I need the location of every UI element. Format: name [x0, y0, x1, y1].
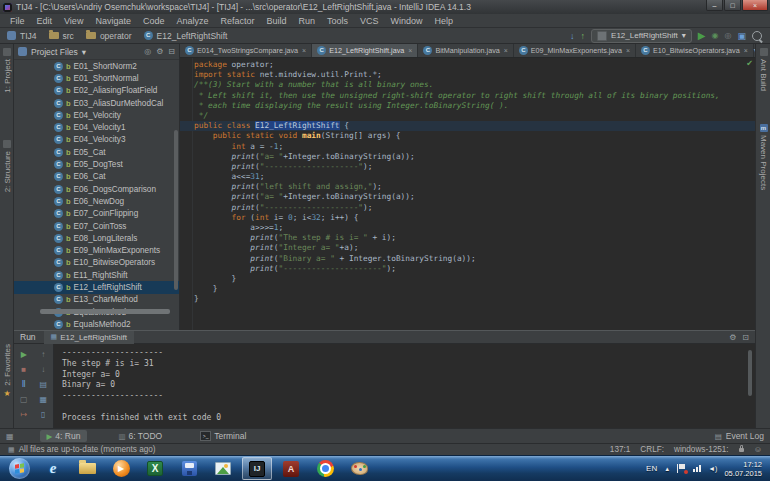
scroll-to-end-icon[interactable]: ▦	[39, 395, 47, 404]
tool-button-todo[interactable]: ▥6: TODO	[111, 430, 169, 442]
menu-file[interactable]: File	[4, 16, 31, 26]
tree-item[interactable]: CbE04_Velocity3	[14, 134, 179, 146]
pause-output-button[interactable]: Ⅱ	[22, 380, 26, 389]
editor-tab[interactable]: CE014_TwoStringsCompare.java×	[180, 44, 312, 57]
up-stacktrace-icon[interactable]: ↑	[41, 350, 45, 359]
menu-vcs[interactable]: VCS	[354, 16, 385, 26]
menu-build[interactable]: Build	[260, 16, 292, 26]
close-icon[interactable]: ×	[626, 47, 630, 54]
close-icon[interactable]: ×	[504, 47, 508, 54]
down-stacktrace-icon[interactable]: ↓	[41, 365, 45, 374]
minimize-button[interactable]: –	[706, 0, 723, 11]
tool-button-project[interactable]: 1: Project	[0, 48, 14, 93]
action-center-flag-icon[interactable]	[677, 464, 686, 473]
menu-window[interactable]: Window	[385, 16, 429, 26]
line-separator[interactable]: CRLF:	[640, 445, 664, 454]
menu-view[interactable]: View	[58, 16, 89, 26]
tree-item[interactable]: CbEqualsMethod2	[14, 318, 179, 330]
gear-icon[interactable]: ⚙	[156, 47, 163, 56]
tree-item[interactable]: CbE05_DogTest	[14, 158, 179, 170]
tree-item[interactable]: CbE04_Velocity1	[14, 121, 179, 133]
tool-button-run[interactable]: ▶4: Run	[40, 430, 88, 442]
breadcrumb-E12_LeftRightShift[interactable]: CE12_LeftRightShift	[144, 31, 228, 41]
exit-icon[interactable]: ↦	[20, 410, 27, 419]
menu-analyze[interactable]: Analyze	[170, 16, 214, 26]
tree-item[interactable]: CbE05_Cat	[14, 146, 179, 158]
taskbar-media-player[interactable]: ▶	[106, 457, 136, 480]
caret-position[interactable]: 137:1	[610, 445, 631, 454]
editor-tab[interactable]: CBitManipulation.java×	[418, 44, 513, 57]
tool-button-maven-projects[interactable]: m Maven Projects	[756, 124, 770, 190]
editor-tab[interactable]: CE09_MinMaxExponents.java×	[514, 44, 636, 57]
tree-item[interactable]: CbE01_ShortNormal	[14, 72, 179, 84]
lock-icon[interactable]	[739, 448, 744, 452]
tree-item[interactable]: CbE11_RightShift	[14, 269, 179, 281]
breadcrumb-operator[interactable]: operator	[86, 31, 132, 41]
tree-item[interactable]: CbE01_ShortNorm2	[14, 60, 179, 72]
hide-panel-icon[interactable]: ⊡	[742, 333, 749, 342]
tree-item[interactable]: CbE06_Cat	[14, 171, 179, 183]
menu-navigate[interactable]: Navigate	[89, 16, 137, 26]
taskbar-chrome[interactable]	[310, 457, 340, 480]
editor-tab[interactable]: CE12_LeftRightShift.java×	[312, 44, 418, 57]
close-icon[interactable]: ×	[744, 47, 748, 54]
tree-item[interactable]: CbE07_CoinToss	[14, 220, 179, 232]
hector-icon[interactable]: ☺	[754, 445, 762, 454]
console-output[interactable]: ---------------------The step # is i= 31…	[62, 348, 743, 424]
collapse-all-icon[interactable]: ⊟	[168, 47, 175, 56]
coverage-button[interactable]: ◎	[725, 31, 732, 41]
taskbar-excel[interactable]: X	[140, 457, 170, 480]
search-icon[interactable]	[752, 31, 762, 41]
taskbar-file-explorer[interactable]	[72, 457, 102, 480]
tree-item[interactable]: CbE02_AliasingFloatField	[14, 85, 179, 97]
tree-item[interactable]: CbE04_Velocity	[14, 109, 179, 121]
tray-expand-icon[interactable]: ▲	[664, 466, 670, 472]
file-encoding[interactable]: windows-1251:	[674, 445, 729, 454]
tree-horizontal-scrollbar[interactable]	[40, 309, 170, 314]
debug-button[interactable]: ◉	[712, 31, 719, 41]
tool-button-structure[interactable]: 2: Structure	[0, 140, 14, 192]
tool-button-ant-build[interactable]: Ant Build	[756, 48, 770, 91]
vcs-update-icon[interactable]: ↓	[570, 31, 575, 41]
tree-vertical-scrollbar[interactable]	[174, 130, 178, 290]
project-view-title[interactable]: Project Files	[31, 47, 78, 57]
restore-layout-icon[interactable]: ▢	[20, 395, 28, 404]
taskbar-internet-explorer[interactable]: e	[38, 457, 68, 480]
menu-tools[interactable]: Tools	[321, 16, 354, 26]
tree-item[interactable]: CbE13_CharMethod	[14, 294, 179, 306]
event-log-button[interactable]: ▤ Event Log	[715, 431, 764, 441]
menu-code[interactable]: Code	[137, 16, 171, 26]
language-indicator[interactable]: EN	[646, 464, 657, 473]
rerun-button[interactable]: ▶	[21, 350, 27, 359]
tree-item[interactable]: CbE10_BitwiseOperators	[14, 257, 179, 269]
tool-button-favorites[interactable]: 2: Favorites ★	[0, 344, 14, 398]
close-icon[interactable]: ×	[302, 47, 306, 54]
stop-button[interactable]: ■	[21, 365, 26, 374]
tree-item[interactable]: CbE03_AliasDurMethodCal	[14, 97, 179, 109]
menu-refactor[interactable]: Refactor	[214, 16, 260, 26]
run-configuration-select[interactable]: E12_LeftRightShift ▾	[591, 29, 692, 43]
taskbar-start[interactable]	[4, 457, 34, 480]
speaker-icon[interactable]: ◄)	[708, 465, 717, 472]
tree-item[interactable]: CbE09_MinMaxExponents	[14, 244, 179, 256]
tree-item[interactable]: CbE08_LongLiterals	[14, 232, 179, 244]
vcs-commit-icon[interactable]: ↑	[581, 31, 586, 41]
locate-icon[interactable]: ◎	[144, 47, 151, 56]
tree-item[interactable]: CbE06_DogsComparison	[14, 183, 179, 195]
close-button[interactable]: ×	[742, 0, 768, 11]
tool-button-terminal[interactable]: >_Terminal	[193, 430, 253, 442]
network-icon[interactable]	[693, 465, 701, 472]
maximize-button[interactable]: □	[724, 0, 741, 11]
run-tab[interactable]: ▦ E12_LeftRightShift	[44, 331, 134, 344]
breadcrumb-TIJ4[interactable]: TIJ4	[7, 31, 37, 41]
editor-tab[interactable]: CE10_BitwiseOperators.java×	[636, 44, 754, 57]
tree-item[interactable]: CbE07_CoinFlipping	[14, 208, 179, 220]
menu-edit[interactable]: Edit	[31, 16, 59, 26]
taskbar-intellij-idea[interactable]: IJ	[242, 457, 272, 480]
taskbar-adobe-reader[interactable]: A	[276, 457, 306, 480]
taskbar-photo-viewer[interactable]	[208, 457, 238, 480]
run-button[interactable]: ▶	[698, 31, 706, 41]
console-scrollbar[interactable]	[748, 350, 752, 396]
taskbar-clock[interactable]: 17:12 05.07.2015	[724, 460, 762, 478]
tree-item[interactable]: CbE06_NewDog	[14, 195, 179, 207]
